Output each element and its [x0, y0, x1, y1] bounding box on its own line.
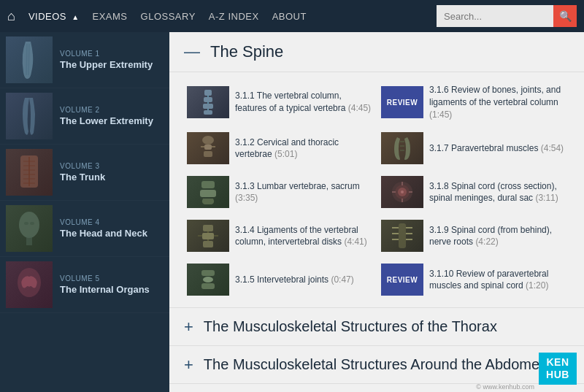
- sidebar-item-volume-5[interactable]: VOLUME 5 The Internal Organs: [0, 257, 169, 313]
- video-item-3-1-9[interactable]: 3.1.9 Spinal cord (from behind), nerve r…: [378, 215, 569, 256]
- navbar: ⌂ VIDEOS ▲ EXAMS GLOSSARY A-Z INDEX ABOU…: [0, 0, 584, 32]
- volume-1-text: VOLUME 1 The Upper Extremity: [60, 50, 153, 70]
- sidebar-item-volume-3[interactable]: VOLUME 3 The Trunk: [0, 145, 169, 201]
- video-item-3-1-2[interactable]: 3.1.2 Cervical and thoracic vertebrae (5…: [184, 128, 375, 169]
- duration-3-1-2: (5:01): [274, 149, 297, 159]
- video-thumb-3-1-1: [187, 86, 229, 118]
- video-info-3-1-9: 3.1.9 Spinal cord (from behind), nerve r…: [429, 224, 566, 249]
- video-title-3-1-2: 3.1.2 Cervical and thoracic vertebrae (5…: [235, 137, 372, 161]
- search-icon: 🔍: [559, 10, 572, 22]
- video-item-3-1-8[interactable]: 3.1.8 Spinal cord (cross section), spina…: [378, 172, 569, 212]
- sidebar-item-volume-4[interactable]: VOLUME 4 The Head and Neck: [0, 201, 169, 257]
- nav-exams[interactable]: EXAMS: [93, 11, 128, 22]
- duration-3-1-7: (4:54): [541, 143, 564, 153]
- volume-2-name: The Lower Extremity: [60, 115, 153, 126]
- section-title-spine: The Spine: [210, 42, 283, 61]
- kenhub-badge[interactable]: KENHUB: [539, 353, 577, 385]
- spine-thumb-icon: [190, 88, 226, 116]
- video-info-3-1-10: 3.1.10 Review of paravertebral muscles a…: [429, 268, 566, 293]
- main-content: — The Spine 3: [169, 32, 584, 392]
- svg-point-10: [19, 212, 39, 238]
- volume-3-text: VOLUME 3 The Trunk: [60, 162, 105, 182]
- volume-2-text: VOLUME 2 The Lower Extremity: [60, 106, 153, 126]
- video-info-3-1-3: 3.1.3 Lumbar vertebrae, sacrum (3:35): [235, 180, 372, 205]
- svg-rect-18: [204, 110, 212, 115]
- videos-caret-icon: ▲: [72, 13, 79, 21]
- review-label-3-1-10: REVIEW: [387, 276, 418, 284]
- duration-3-1-9: (4:22): [475, 237, 498, 247]
- video-info-3-1-4: 3.1.4 Ligaments of the vertebral column,…: [235, 224, 372, 249]
- video-title-3-1-3: 3.1.3 Lumbar vertebrae, sacrum (3:35): [235, 180, 372, 205]
- video-thumb-3-1-10: REVIEW: [381, 264, 423, 296]
- video-title-3-1-7: 3.1.7 Paravertebral muscles (4:54): [429, 142, 566, 155]
- home-icon[interactable]: ⌂: [7, 9, 15, 24]
- video-item-3-1-6[interactable]: REVIEW 3.1.6 Review of bones, joints, an…: [378, 80, 569, 125]
- video-item-3-1-3[interactable]: 3.1.3 Lumbar vertebrae, sacrum (3:35): [184, 172, 375, 212]
- svg-rect-47: [399, 223, 406, 248]
- section-header-spine[interactable]: — The Spine: [169, 32, 584, 72]
- search-input[interactable]: [437, 5, 553, 27]
- video-title-3-1-5: 3.1.5 Intervetebral joints (0:47): [235, 274, 372, 286]
- svg-rect-15: [204, 90, 212, 96]
- svg-rect-42: [203, 241, 213, 247]
- video-title-3-1-1: 3.1.1 The vertebral column, features of …: [235, 90, 372, 115]
- video-thumb-3-1-2: [187, 132, 229, 164]
- main-layout: VOLUME 1 The Upper Extremity VOLUME 2 Th…: [0, 32, 584, 392]
- svg-rect-31: [200, 190, 216, 197]
- svg-rect-26: [204, 151, 212, 157]
- svg-point-35: [401, 191, 404, 193]
- video-thumb-3-1-6: REVIEW: [381, 86, 423, 118]
- muscle-thumb-icon: [384, 134, 420, 162]
- sidebar-item-volume-2[interactable]: VOLUME 2 The Lower Extremity: [0, 88, 169, 145]
- joints-thumb-icon: [190, 266, 226, 293]
- video-grid: 3.1.1 The vertebral column, features of …: [169, 72, 584, 307]
- section-title-abdomen: The Musculoskeletal Structures Around th…: [204, 356, 548, 373]
- sidebar-item-volume-1[interactable]: VOLUME 1 The Upper Extremity: [0, 32, 169, 88]
- volume-5-name: The Internal Organs: [60, 284, 150, 295]
- video-title-3-1-9: 3.1.9 Spinal cord (from behind), nerve r…: [429, 224, 566, 249]
- volume-5-num: VOLUME 5: [60, 274, 150, 283]
- volume-2-thumbnail: [6, 93, 53, 139]
- spinalcord-cross-icon: [384, 178, 420, 206]
- volume-4-text: VOLUME 4 The Head and Neck: [60, 218, 147, 239]
- svg-point-55: [203, 277, 213, 283]
- video-title-3-1-4: 3.1.4 Ligaments of the vertebral column,…: [235, 224, 372, 249]
- lumbar-thumb-icon: [190, 178, 226, 206]
- ligaments-thumb-icon: [190, 222, 226, 250]
- nav-videos[interactable]: VIDEOS ▲: [28, 11, 80, 22]
- video-info-3-1-6: 3.1.6 Review of bones, joints, and ligam…: [429, 84, 566, 120]
- svg-rect-54: [201, 270, 215, 276]
- head-icon: [15, 209, 44, 248]
- svg-rect-17: [203, 104, 213, 109]
- video-item-3-1-4[interactable]: 3.1.4 Ligaments of the vertebral column,…: [184, 215, 375, 256]
- section-title-thorax: The Musculoskeletal Structures of the Th…: [204, 318, 497, 335]
- search-button[interactable]: 🔍: [553, 5, 577, 27]
- nav-about[interactable]: ABOUT: [272, 11, 307, 22]
- video-title-3-1-10: 3.1.10 Review of paravertebral muscles a…: [429, 268, 566, 293]
- volume-1-name: The Upper Extremity: [60, 59, 153, 70]
- nav-glossary[interactable]: GLOSSARY: [141, 11, 196, 22]
- video-item-3-1-1[interactable]: 3.1.1 The vertebral column, features of …: [184, 80, 375, 125]
- arm-icon: [15, 40, 44, 80]
- duration-3-1-4: (4:41): [344, 237, 366, 247]
- svg-rect-30: [201, 181, 215, 188]
- svg-rect-56: [201, 283, 215, 289]
- volume-2-num: VOLUME 2: [60, 106, 153, 114]
- video-thumb-3-1-7: [381, 132, 423, 164]
- video-title-3-1-6: 3.1.6 Review of bones, joints, and ligam…: [429, 84, 566, 120]
- duration-3-1-1: (4:45): [348, 103, 371, 113]
- svg-point-22: [202, 136, 214, 145]
- organs-icon: [13, 265, 45, 304]
- section-header-thorax[interactable]: + The Musculoskeletal Structures of the …: [169, 307, 584, 345]
- video-info-3-1-8: 3.1.8 Spinal cord (cross section), spina…: [429, 180, 566, 205]
- volume-5-thumbnail: [6, 261, 53, 308]
- volume-1-thumbnail: [6, 36, 53, 83]
- nav-az-index[interactable]: A-Z INDEX: [209, 11, 259, 22]
- video-item-3-1-7[interactable]: 3.1.7 Paravertebral muscles (4:54): [378, 128, 569, 169]
- volume-3-num: VOLUME 3: [60, 162, 105, 170]
- collapse-icon: —: [184, 44, 200, 60]
- volume-4-num: VOLUME 4: [60, 218, 147, 226]
- section-header-abdomen[interactable]: + The Musculoskeletal Structures Around …: [169, 345, 584, 383]
- video-item-3-1-10[interactable]: REVIEW 3.1.10 Review of paravertebral mu…: [378, 259, 569, 300]
- video-item-3-1-5[interactable]: 3.1.5 Intervetebral joints (0:47): [184, 259, 375, 300]
